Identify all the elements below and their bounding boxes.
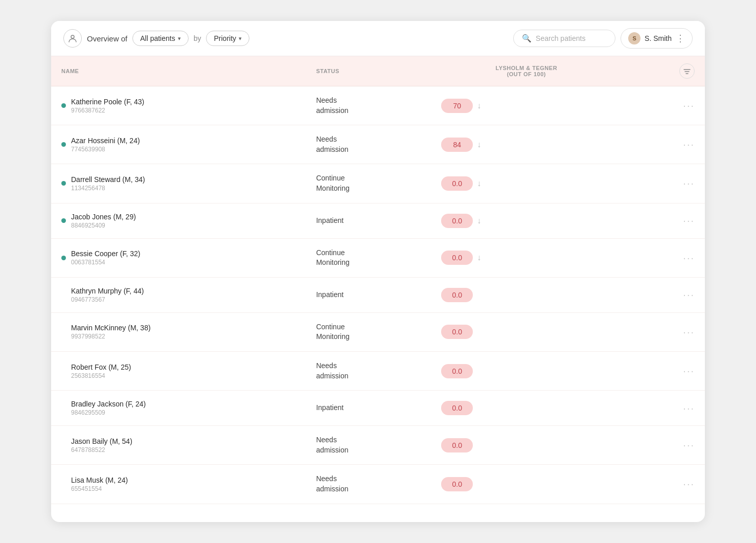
status-dot bbox=[61, 369, 66, 373]
score-badge: 0.0 bbox=[441, 325, 473, 339]
score-badge: 0.0 bbox=[441, 401, 473, 415]
table-row: Katherine Poole (F, 43) 9766387622 Needs… bbox=[51, 86, 705, 125]
patient-name: Jacob Jones (M, 29) bbox=[71, 213, 136, 221]
patient-name: Azar Hosseini (M, 24) bbox=[71, 137, 140, 145]
score-badge: 0.0 bbox=[441, 477, 473, 491]
patient-name: Darrell Steward (M, 34) bbox=[71, 175, 145, 184]
score-badge: 0.0 bbox=[441, 214, 473, 228]
patient-phone: 1134256478 bbox=[71, 185, 145, 192]
patient-actions[interactable]: ··· bbox=[622, 238, 705, 277]
header: Overview of All patients ▾ by Priority ▾… bbox=[51, 21, 705, 56]
patient-name-cell: Kathryn Murphy (F, 44) 0946773567 bbox=[51, 277, 306, 312]
patient-name-cell: Katherine Poole (F, 43) 9766387622 bbox=[51, 86, 306, 125]
table-row: Bessie Cooper (F, 32) 0063781554 Continu… bbox=[51, 238, 705, 277]
patient-score: 0.0 bbox=[431, 277, 622, 312]
patient-phone: 655451554 bbox=[71, 485, 128, 492]
patient-actions[interactable]: ··· bbox=[622, 465, 705, 504]
patient-actions[interactable]: ··· bbox=[622, 164, 705, 203]
patient-name: Kathryn Murphy (F, 44) bbox=[71, 287, 144, 295]
patient-name-cell: Bradley Jackson (F, 24) 9846295509 bbox=[51, 391, 306, 426]
patient-score: 70 ↓ bbox=[431, 86, 622, 125]
patient-name: Bessie Cooper (F, 32) bbox=[71, 250, 140, 258]
patient-name: Katherine Poole (F, 43) bbox=[71, 98, 144, 106]
table-row: Robert Fox (M, 25) 2563816554 Needsadmis… bbox=[51, 351, 705, 390]
table-row: Jacob Jones (M, 29) 8846925409 Inpatient… bbox=[51, 203, 705, 238]
patient-status: ContinueMonitoring bbox=[306, 164, 431, 203]
patient-actions[interactable]: ··· bbox=[622, 391, 705, 426]
status-dot bbox=[61, 330, 66, 334]
patient-name: Bradley Jackson (F, 24) bbox=[71, 400, 146, 408]
trend-arrow: ↓ bbox=[477, 216, 481, 225]
search-icon: 🔍 bbox=[522, 34, 532, 43]
patient-name-cell: Jacob Jones (M, 29) 8846925409 bbox=[51, 203, 306, 238]
patient-score: 0.0 ↓ bbox=[431, 164, 622, 203]
patient-name: Lisa Musk (M, 24) bbox=[71, 476, 128, 484]
trend-arrow: ↓ bbox=[477, 140, 481, 149]
patient-actions[interactable]: ··· bbox=[622, 203, 705, 238]
trend-arrow: ↓ bbox=[477, 179, 481, 188]
patient-score: 0.0 ↓ bbox=[431, 238, 622, 277]
patient-name: Marvin McKinney (M, 38) bbox=[71, 324, 151, 332]
patient-name-cell: Darrell Steward (M, 34) 1134256478 bbox=[51, 164, 306, 203]
user-name: S. Smith bbox=[645, 34, 672, 42]
table-header-row: NAME STATUS LYSHOLM & TEGNER(OUT OF 100) bbox=[51, 56, 705, 86]
by-label: by bbox=[194, 34, 201, 42]
patient-score: 0.0 ↓ bbox=[431, 203, 622, 238]
trend-arrow: ↓ bbox=[477, 101, 481, 110]
patient-actions[interactable]: ··· bbox=[622, 426, 705, 465]
patient-status: Needsadmission bbox=[306, 86, 431, 125]
patient-status: Needsadmission bbox=[306, 465, 431, 504]
patient-name-cell: Bessie Cooper (F, 32) 0063781554 bbox=[51, 238, 306, 277]
table-row: Marvin McKinney (M, 38) 9937998522 Conti… bbox=[51, 312, 705, 351]
priority-dropdown[interactable]: Priority ▾ bbox=[206, 31, 249, 46]
score-badge: 0.0 bbox=[441, 251, 473, 265]
patient-score: 0.0 bbox=[431, 426, 622, 465]
status-dot bbox=[61, 406, 66, 411]
status-dot bbox=[61, 142, 66, 147]
search-box[interactable]: 🔍 Search patients bbox=[513, 30, 615, 47]
user-menu[interactable]: S S. Smith ⋮ bbox=[621, 28, 693, 49]
patient-actions[interactable]: ··· bbox=[622, 277, 705, 312]
all-patients-dropdown[interactable]: All patients ▾ bbox=[132, 31, 188, 46]
table-row: Kathryn Murphy (F, 44) 0946773567 Inpati… bbox=[51, 277, 705, 312]
patient-score: 0.0 bbox=[431, 465, 622, 504]
patient-score: 84 ↓ bbox=[431, 125, 622, 164]
status-dot bbox=[61, 482, 66, 486]
patient-actions[interactable]: ··· bbox=[622, 351, 705, 390]
patient-phone: 9846295509 bbox=[71, 409, 146, 416]
patient-status: Inpatient bbox=[306, 203, 431, 238]
patient-status: Inpatient bbox=[306, 277, 431, 312]
patient-score: 0.0 bbox=[431, 351, 622, 390]
patient-phone: 9766387622 bbox=[71, 107, 144, 114]
patient-actions[interactable]: ··· bbox=[622, 312, 705, 351]
status-dot bbox=[61, 256, 66, 260]
score-badge: 70 bbox=[441, 99, 473, 113]
search-placeholder: Search patients bbox=[536, 34, 585, 42]
patient-phone: 0063781554 bbox=[71, 259, 140, 266]
table-row: Azar Hosseini (M, 24) 7745639908 Needsad… bbox=[51, 125, 705, 164]
col-name-header: NAME bbox=[51, 56, 306, 86]
patient-name: Robert Fox (M, 25) bbox=[71, 363, 131, 371]
score-badge: 0.0 bbox=[441, 438, 473, 452]
logo-icon bbox=[63, 29, 82, 48]
chevron-down-icon: ▾ bbox=[178, 35, 181, 42]
overview-label: Overview of bbox=[87, 34, 127, 43]
patient-phone: 0946773567 bbox=[71, 296, 144, 303]
score-badge: 0.0 bbox=[441, 176, 473, 191]
filter-icon[interactable] bbox=[679, 63, 695, 79]
patients-table: NAME STATUS LYSHOLM & TEGNER(OUT OF 100) bbox=[51, 56, 705, 504]
patient-phone: 9937998522 bbox=[71, 333, 151, 340]
patient-actions[interactable]: ··· bbox=[622, 86, 705, 125]
more-icon: ⋮ bbox=[676, 33, 685, 44]
patient-status: ContinueMonitoring bbox=[306, 312, 431, 351]
patients-table-wrap: NAME STATUS LYSHOLM & TEGNER(OUT OF 100) bbox=[51, 56, 705, 504]
patient-actions[interactable]: ··· bbox=[622, 125, 705, 164]
table-row: Bradley Jackson (F, 24) 9846295509 Inpat… bbox=[51, 391, 705, 426]
table-row: Lisa Musk (M, 24) 655451554 Needsadmissi… bbox=[51, 465, 705, 504]
patient-phone: 6478788522 bbox=[71, 446, 132, 454]
status-dot bbox=[61, 292, 66, 297]
table-row: Jason Baily (M, 54) 6478788522 Needsadmi… bbox=[51, 426, 705, 465]
col-status-header: STATUS bbox=[306, 56, 431, 86]
patient-status: ContinueMonitoring bbox=[306, 238, 431, 277]
svg-point-0 bbox=[71, 35, 74, 38]
